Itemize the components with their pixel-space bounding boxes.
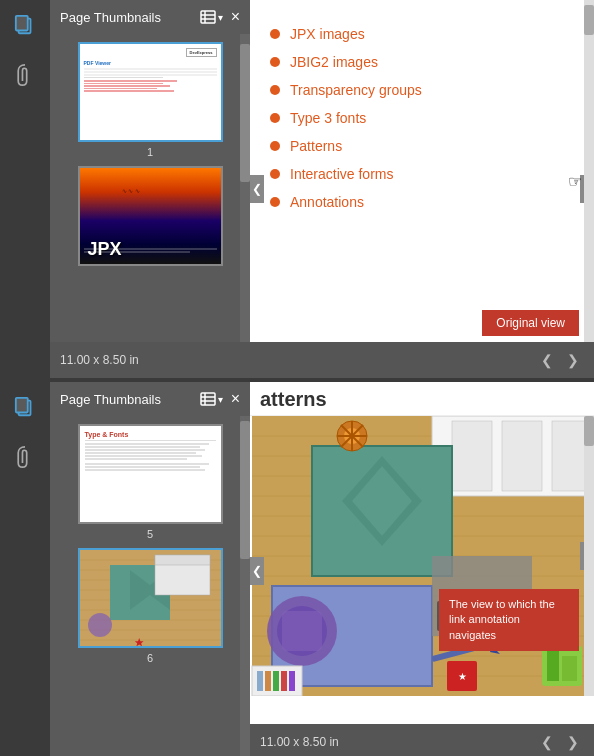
thumb-image-6[interactable] xyxy=(78,548,223,648)
thumbnail-scrollbar-1[interactable] xyxy=(240,34,250,378)
thumb-item-1[interactable]: DevExpress PDF Viewer xyxy=(78,42,223,158)
thumb-label-1: 1 xyxy=(147,146,153,158)
svg-rect-2 xyxy=(201,11,215,23)
main-scrollbar-handle-1[interactable] xyxy=(584,5,594,35)
thumbnail-list-1: DevExpress PDF Viewer xyxy=(50,34,250,378)
bullet-dot xyxy=(270,29,280,39)
close-button-2[interactable]: × xyxy=(231,390,240,408)
list-view-toggle-1[interactable]: ▾ xyxy=(200,10,223,24)
main-scrollbar-handle-2[interactable] xyxy=(584,416,594,446)
feature-list-container: JPX images JBIG2 images Transparency gro… xyxy=(250,0,594,347)
thumb-image-1[interactable]: DevExpress PDF Viewer xyxy=(78,42,223,142)
svg-rect-43 xyxy=(452,421,492,491)
nav-next-2[interactable]: ❯ xyxy=(562,732,584,752)
sidebar-2 xyxy=(0,382,50,756)
sidebar-icon-clip[interactable] xyxy=(10,60,40,90)
page-size-2: 11.00 x 8.50 in xyxy=(260,735,339,749)
thumb-item-5[interactable]: Type & Fonts xyxy=(78,424,223,540)
svg-rect-89 xyxy=(547,651,559,681)
tooltip-text: The view to which the link annotation na… xyxy=(449,598,555,641)
main-scrollbar-1[interactable] xyxy=(584,0,594,342)
feature-list: JPX images JBIG2 images Transparency gro… xyxy=(270,10,574,226)
feature-item-label: JPX images xyxy=(290,26,365,42)
patterns-title: atterns xyxy=(250,382,594,416)
svg-rect-8 xyxy=(201,393,215,405)
thumbnail-scrollbar-handle-1[interactable] xyxy=(240,44,250,182)
floor-plan-main: ★ xyxy=(250,416,594,696)
thumbnail-header-2: Page Thumbnails ▾ × xyxy=(50,382,250,416)
feature-item-label: JBIG2 images xyxy=(290,54,378,70)
list-item: Patterns xyxy=(270,132,574,160)
thumbnail-list-2: Type & Fonts xyxy=(50,416,250,756)
svg-rect-71 xyxy=(282,611,322,651)
nav-prev-2[interactable]: ❮ xyxy=(536,732,558,752)
panel-1: Page Thumbnails ▾ × xyxy=(0,0,594,378)
thumb-image-5[interactable]: Type & Fonts xyxy=(78,424,223,524)
thumbnail-panel-1: Page Thumbnails ▾ × xyxy=(50,0,250,378)
feature-item-label[interactable]: Patterns xyxy=(290,138,342,154)
original-view-button[interactable]: Original view xyxy=(482,310,579,336)
list-view-toggle-2[interactable]: ▾ xyxy=(200,392,223,406)
svg-rect-78 xyxy=(265,671,271,691)
panel-2: Page Thumbnails ▾ × xyxy=(0,382,594,756)
list-item: JPX images xyxy=(270,20,574,48)
sidebar-1 xyxy=(0,0,50,378)
bullet-dot xyxy=(270,57,280,67)
list-item: Annotations xyxy=(270,188,574,216)
patterns-page: atterns xyxy=(250,382,594,756)
feature-item-label: Type 3 fonts xyxy=(290,110,366,126)
svg-rect-81 xyxy=(289,671,295,691)
tooltip-box: The view to which the link annotation na… xyxy=(439,589,579,651)
bullet-dot xyxy=(270,141,280,151)
svg-rect-77 xyxy=(257,671,263,691)
main-content-1: JPX images JBIG2 images Transparency gro… xyxy=(250,0,594,378)
bullet-dot xyxy=(270,113,280,123)
close-button-1[interactable]: × xyxy=(231,8,240,26)
svg-rect-79 xyxy=(273,671,279,691)
left-chevron-2[interactable]: ❮ xyxy=(250,557,264,585)
patterns-title-text: atterns xyxy=(260,388,327,410)
svg-rect-90 xyxy=(562,656,577,681)
thumb-image-2[interactable]: ∿ ∿ ∿ JPX xyxy=(78,166,223,266)
thumb-item-6[interactable]: 6 xyxy=(78,548,223,664)
thumbnail-title-1: Page Thumbnails xyxy=(60,10,161,25)
sidebar-icon-copy-2[interactable] xyxy=(10,392,40,422)
thumbnail-scrollbar-handle-2[interactable] xyxy=(240,421,250,559)
page-size-1: 11.00 x 8.50 in xyxy=(60,353,139,367)
thumb-label-5: 5 xyxy=(147,528,153,540)
thumbnail-scrollbar-2[interactable] xyxy=(240,416,250,756)
bullet-dot xyxy=(270,169,280,179)
svg-rect-45 xyxy=(552,421,587,491)
svg-point-26 xyxy=(88,613,112,637)
nav-prev-1[interactable]: ❮ xyxy=(536,350,558,370)
thumbnail-header-1: Page Thumbnails ▾ × xyxy=(50,0,250,34)
svg-rect-7 xyxy=(16,398,28,413)
page-nav-1: ❮ ❯ xyxy=(536,350,584,370)
nav-next-1[interactable]: ❯ xyxy=(562,350,584,370)
svg-text:★: ★ xyxy=(458,671,467,682)
list-item: JBIG2 images xyxy=(270,48,574,76)
chevron-down-icon-1: ▾ xyxy=(218,12,223,23)
left-chevron-1[interactable]: ❮ xyxy=(250,175,264,203)
thumbnail-title-2: Page Thumbnails xyxy=(60,392,161,407)
svg-rect-1 xyxy=(16,16,28,31)
chevron-down-icon-2: ▾ xyxy=(218,394,223,405)
sidebar-icon-copy[interactable] xyxy=(10,10,40,40)
bottom-bar-1: 11.00 x 8.50 in ❮ ❯ xyxy=(50,342,594,378)
feature-item-label: Annotations xyxy=(290,194,364,210)
list-item: Interactive forms xyxy=(270,160,574,188)
bottom-bar-2: 11.00 x 8.50 in ❮ ❯ xyxy=(250,724,594,756)
thumb-label-6: 6 xyxy=(147,652,153,664)
feature-item-label: Interactive forms xyxy=(290,166,393,182)
page-nav-2: ❮ ❯ xyxy=(536,732,584,752)
sidebar-icon-clip-2[interactable] xyxy=(10,442,40,472)
main-scrollbar-2[interactable] xyxy=(584,416,594,696)
floor-plan-thumb xyxy=(80,550,221,646)
list-item: Type 3 fonts xyxy=(270,104,574,132)
bullet-dot xyxy=(270,85,280,95)
svg-rect-44 xyxy=(502,421,542,491)
thumbnail-panel-2: Page Thumbnails ▾ × xyxy=(50,382,250,756)
list-item: Transparency groups xyxy=(270,76,574,104)
feature-item-label: Transparency groups xyxy=(290,82,422,98)
thumb-item-2[interactable]: ∿ ∿ ∿ JPX xyxy=(78,166,223,270)
